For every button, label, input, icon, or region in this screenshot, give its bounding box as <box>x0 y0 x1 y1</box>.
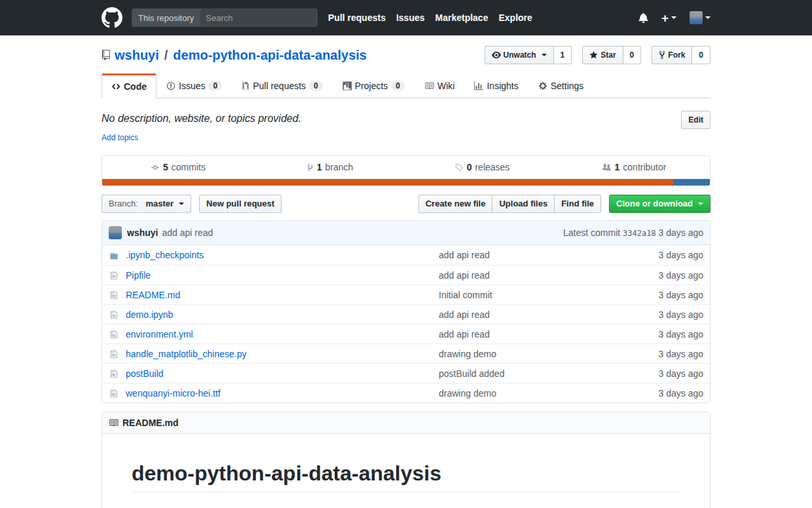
create-new-menu[interactable]: + <box>661 12 676 24</box>
file-commit-message-link[interactable]: add api read <box>439 250 631 260</box>
forks-count[interactable]: 0 <box>692 46 710 64</box>
language-segment[interactable] <box>673 179 710 186</box>
caret-down-icon <box>542 54 547 56</box>
file-name-link[interactable]: .ipynb_checkpoints <box>126 250 439 260</box>
add-topics-link[interactable]: Add topics <box>101 133 138 142</box>
file-name-link[interactable]: handle_matplotlib_chinese.py <box>126 349 439 359</box>
repo-name-link[interactable]: demo-python-api-data-analysis <box>173 48 367 63</box>
gear-icon <box>538 81 547 90</box>
commits-stat[interactable]: 5commits <box>102 156 254 179</box>
global-search: This repository <box>132 9 318 27</box>
file-row: Pipfile add api read 3 days ago <box>102 265 710 284</box>
file-commit-message-link[interactable]: drawing demo <box>439 349 631 359</box>
branches-stat[interactable]: 1branch <box>254 156 406 179</box>
file-commit-message-link[interactable]: add api read <box>439 329 631 340</box>
file-name-link[interactable]: environment.yml <box>126 329 439 340</box>
files-box: wshuyi add api read Latest commit 3342a1… <box>101 220 710 403</box>
commit-message-link[interactable]: add api read <box>162 227 213 238</box>
file-icon <box>110 389 118 398</box>
readme-filename: README.md <box>122 418 179 428</box>
file-name-link[interactable]: postBuild <box>126 368 439 379</box>
find-file-button[interactable]: Find file <box>555 195 601 213</box>
tab-settings[interactable]: Settings <box>528 73 594 98</box>
tab-pull-requests[interactable]: Pull requests 0 <box>232 73 333 98</box>
notifications-bell-icon[interactable] <box>638 12 648 23</box>
file-commit-message-link[interactable]: postBuild added <box>439 368 631 379</box>
caret-down-icon <box>179 203 184 205</box>
file-row: .ipynb_checkpoints add api read 3 days a… <box>102 245 710 265</box>
commit-time: 3 days ago <box>659 227 704 238</box>
star-button[interactable]: Star <box>582 46 623 64</box>
file-icon <box>110 291 118 300</box>
caret-down-icon <box>671 16 676 19</box>
file-icon <box>110 350 118 359</box>
file-row: README.md Initial commit 3 days ago <box>102 284 710 304</box>
stargazers-count[interactable]: 0 <box>623 46 642 64</box>
watchers-count[interactable]: 1 <box>554 46 572 64</box>
file-age: 3 days ago <box>631 309 710 320</box>
file-row: handle_matplotlib_chinese.py drawing dem… <box>102 343 710 363</box>
top-navbar: This repository Pull requests Issues Mar… <box>0 0 812 35</box>
file-name-link[interactable]: README.md <box>126 290 439 300</box>
repo-title-separator: / <box>164 48 168 63</box>
new-pull-request-button[interactable]: New pull request <box>199 195 282 213</box>
fork-button[interactable]: Fork <box>652 46 692 64</box>
file-row: wenquanyi-micro-hei.ttf drawing demo 3 d… <box>102 383 710 402</box>
graph-icon <box>474 81 483 90</box>
user-menu[interactable] <box>690 11 710 24</box>
folder-icon <box>109 252 119 260</box>
contributors-stat[interactable]: 1contributor <box>558 156 710 179</box>
file-commit-message-link[interactable]: add api read <box>439 309 631 320</box>
upload-files-button[interactable]: Upload files <box>492 195 555 213</box>
nav-link-explore[interactable]: Explore <box>498 12 532 23</box>
file-name-link[interactable]: wenquanyi-micro-hei.ttf <box>126 388 439 399</box>
search-input[interactable] <box>200 13 318 23</box>
user-avatar <box>690 11 703 24</box>
unwatch-button[interactable]: Unwatch <box>485 46 554 64</box>
file-name-link[interactable]: Pipfile <box>126 270 439 281</box>
tab-projects[interactable]: Projects 0 <box>333 73 415 98</box>
nav-link-marketplace[interactable]: Marketplace <box>435 12 489 23</box>
github-logo-icon[interactable] <box>101 7 122 28</box>
file-commit-message-link[interactable]: Initial commit <box>439 290 631 300</box>
commit-sha-link[interactable]: 3342a18 <box>623 229 656 238</box>
search-scope-label: This repository <box>132 9 200 26</box>
commit-author-avatar[interactable] <box>109 226 122 239</box>
repo-description: No description, website, or topics provi… <box>101 111 301 125</box>
file-row: demo.ipynb add api read 3 days ago <box>102 304 710 324</box>
nav-link-issues[interactable]: Issues <box>396 12 425 23</box>
file-age: 3 days ago <box>631 388 710 399</box>
language-bar[interactable] <box>102 179 710 186</box>
file-name-link[interactable]: demo.ipynb <box>126 309 439 320</box>
file-age: 3 days ago <box>631 270 710 281</box>
tab-wiki[interactable]: Wiki <box>415 73 464 98</box>
file-row: postBuild postBuild added 3 days ago <box>102 363 710 383</box>
projects-counter: 0 <box>391 81 405 91</box>
releases-stat[interactable]: 0releases <box>406 156 558 179</box>
caret-down-icon <box>698 203 703 205</box>
repo-owner-link[interactable]: wshuyi <box>115 48 159 63</box>
file-age: 3 days ago <box>631 349 710 359</box>
file-row: environment.yml add api read 3 days ago <box>102 324 710 343</box>
nav-link-pull-requests[interactable]: Pull requests <box>328 12 386 23</box>
edit-description-button[interactable]: Edit <box>681 111 710 129</box>
file-commit-message-link[interactable]: drawing demo <box>439 388 631 399</box>
commit-author-link[interactable]: wshuyi <box>127 227 158 238</box>
tab-issues[interactable]: Issues 0 <box>157 73 232 98</box>
clone-or-download-button[interactable]: Clone or download <box>609 195 710 213</box>
commit-icon <box>151 163 160 172</box>
file-age: 3 days ago <box>631 329 710 340</box>
star-icon <box>589 50 598 60</box>
tab-insights[interactable]: Insights <box>464 73 528 98</box>
language-segment[interactable] <box>102 179 673 186</box>
file-icon <box>110 311 118 319</box>
file-age: 3 days ago <box>631 368 710 379</box>
file-commit-message-link[interactable]: add api read <box>439 270 631 281</box>
project-icon <box>342 81 352 90</box>
file-icon <box>110 271 118 280</box>
tab-code[interactable]: Code <box>101 73 157 98</box>
branch-selector[interactable]: Branch: master <box>101 195 191 213</box>
file-age: 3 days ago <box>631 290 710 300</box>
create-new-file-button[interactable]: Create new file <box>418 195 493 213</box>
tag-icon <box>454 163 464 172</box>
